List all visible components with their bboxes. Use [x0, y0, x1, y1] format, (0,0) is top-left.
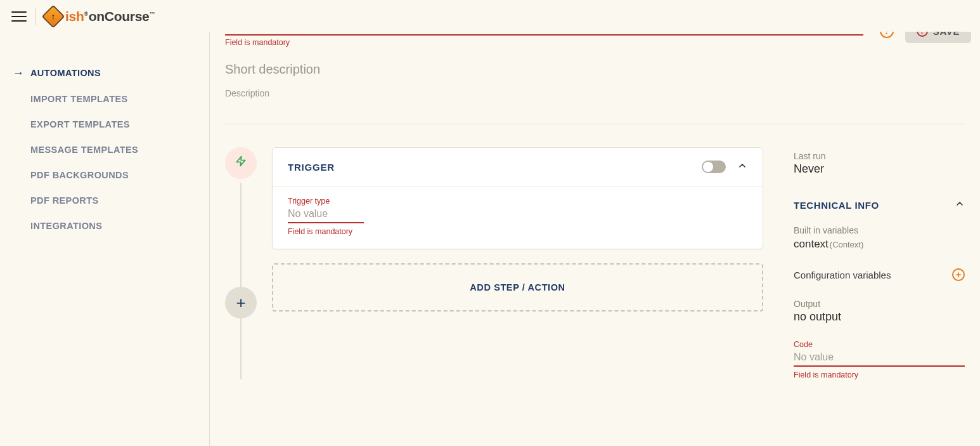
chevron-up-icon[interactable] — [737, 161, 747, 173]
main: ? ! SAVE Name Field is mandatory Short d… — [209, 0, 980, 446]
chevron-up-icon — [955, 199, 965, 211]
technical-info-header[interactable]: TECHNICAL INFO — [794, 199, 965, 211]
plus-icon: + — [236, 293, 245, 313]
output-value: no output — [794, 310, 965, 324]
description-input[interactable]: Description — [225, 88, 965, 98]
rail-line — [240, 183, 242, 379]
sidebar-item-label: INTEGRATIONS — [30, 221, 102, 231]
arrow-right-icon: → — [13, 67, 24, 79]
sidebar-item-label: AUTOMATIONS — [30, 68, 101, 78]
add-step-node[interactable]: + — [225, 287, 257, 318]
bolt-icon — [235, 154, 247, 172]
flow-rail: + — [225, 147, 257, 379]
sidebar-item-label: EXPORT TEMPLATES — [30, 119, 130, 129]
sidebar-item-pdf-backgrounds[interactable]: PDF BACKGROUNDS — [13, 162, 209, 188]
sidebar-item-integrations[interactable]: INTEGRATIONS — [13, 213, 209, 239]
code-label: Code — [794, 340, 965, 349]
trigger-node-icon — [225, 147, 257, 179]
trigger-type-label: Trigger type — [288, 197, 747, 206]
logo-mark-icon: ↑ — [42, 5, 65, 29]
workflow: + TRIGGER Trigger type — [225, 147, 965, 379]
sidebar-item-pdf-reports[interactable]: PDF REPORTS — [13, 188, 209, 213]
trigger-title: TRIGGER — [288, 162, 335, 173]
sidebar-item-export-templates[interactable]: EXPORT TEMPLATES — [13, 112, 209, 137]
flow-column: + TRIGGER Trigger type — [225, 147, 763, 379]
code-error: Field is mandatory — [794, 371, 965, 379]
menu-button[interactable] — [11, 9, 27, 24]
sidebar: → AUTOMATIONS IMPORT TEMPLATES EXPORT TE… — [0, 38, 209, 446]
technical-info-title: TECHNICAL INFO — [794, 200, 879, 211]
divider — [35, 8, 36, 25]
sidebar-item-automations[interactable]: → AUTOMATIONS — [13, 60, 209, 86]
output-section: Output no output — [794, 299, 965, 324]
trigger-type-input[interactable]: No value — [288, 206, 364, 223]
short-description-input[interactable]: Short description — [225, 58, 965, 88]
builtin-vars-label: Built in variables — [794, 225, 965, 235]
name-error: Field is mandatory — [225, 38, 965, 47]
trigger-toggle[interactable] — [702, 161, 726, 173]
code-input[interactable]: No value — [794, 349, 965, 367]
sidebar-item-label: PDF REPORTS — [30, 195, 99, 206]
flow-content: TRIGGER Trigger type No value Field is m… — [272, 147, 763, 379]
trigger-card-head: TRIGGER — [273, 148, 763, 187]
config-vars-row: Configuration variables + — [794, 268, 965, 281]
sidebar-item-label: IMPORT TEMPLATES — [30, 94, 128, 104]
sidebar-item-label: PDF BACKGROUNDS — [30, 170, 129, 180]
trigger-type-error: Field is mandatory — [288, 227, 747, 236]
sidebar-item-label: MESSAGE TEMPLATES — [30, 145, 138, 155]
code-section: Code No value Field is mandatory — [794, 340, 965, 379]
trigger-card-body: Trigger type No value Field is mandatory — [273, 187, 763, 249]
config-vars-label: Configuration variables — [794, 270, 891, 280]
last-run-label: Last run — [794, 151, 965, 161]
logo: ↑ ish®onCourse™ — [45, 8, 155, 25]
trigger-card: TRIGGER Trigger type No value Field is m… — [272, 147, 763, 249]
logo-text: ish®onCourse™ — [65, 9, 155, 24]
sidebar-item-import-templates[interactable]: IMPORT TEMPLATES — [13, 86, 209, 112]
output-label: Output — [794, 299, 965, 309]
svg-marker-0 — [236, 157, 245, 166]
topbar: ↑ ish®onCourse™ — [0, 0, 980, 32]
add-config-var-button[interactable]: + — [952, 268, 965, 281]
last-run-value: Never — [794, 162, 965, 176]
info-column: Last run Never TECHNICAL INFO Built in v… — [794, 147, 965, 379]
add-step-button[interactable]: ADD STEP / ACTION — [272, 263, 763, 312]
divider — [225, 124, 965, 124]
sidebar-item-message-templates[interactable]: MESSAGE TEMPLATES — [13, 137, 209, 162]
builtin-var-context: context(Context) — [794, 238, 965, 251]
